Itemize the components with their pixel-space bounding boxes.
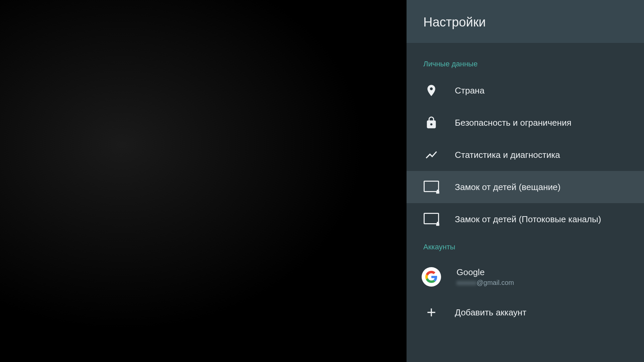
background-pane [0, 0, 407, 362]
section-personal-title: Личные данные [407, 52, 644, 74]
menu-item-google-account[interactable]: Google хххххх@gmail.com [407, 257, 644, 296]
lock-icon [423, 115, 439, 131]
tv-lock-icon [423, 179, 439, 195]
menu-item-child-lock-broadcast[interactable]: Замок от детей (вещание) [407, 171, 644, 203]
menu-label: Безопасность и ограничения [455, 118, 572, 128]
google-icon [422, 267, 441, 287]
menu-item-security[interactable]: Безопасность и ограничения [407, 107, 644, 139]
menu-label: Замок от детей (Потоковые каналы) [455, 214, 601, 225]
menu-label: Страна [455, 85, 484, 96]
tv-lock-icon [423, 211, 439, 227]
location-icon [423, 82, 439, 99]
account-title: Google [457, 267, 514, 278]
settings-panel: Настройки Личные данные Страна Безопасно… [407, 0, 644, 362]
menu-label: Статистика и диагностика [455, 150, 560, 160]
timeline-icon [423, 147, 439, 163]
settings-header: Настройки [407, 0, 644, 43]
menu-label: Замок от детей (вещание) [455, 182, 560, 192]
settings-content: Личные данные Страна Безопасность и огра… [407, 43, 644, 362]
plus-icon [423, 304, 439, 320]
page-title: Настройки [423, 15, 627, 29]
menu-label: Добавить аккаунт [455, 307, 526, 318]
menu-item-child-lock-streaming[interactable]: Замок от детей (Потоковые каналы) [407, 203, 644, 235]
account-email: хххххх@gmail.com [457, 279, 514, 287]
menu-item-add-account[interactable]: Добавить аккаунт [407, 296, 644, 328]
menu-item-statistics[interactable]: Статистика и диагностика [407, 139, 644, 171]
menu-item-country[interactable]: Страна [407, 74, 644, 107]
section-accounts-title: Аккаунты [407, 235, 644, 257]
